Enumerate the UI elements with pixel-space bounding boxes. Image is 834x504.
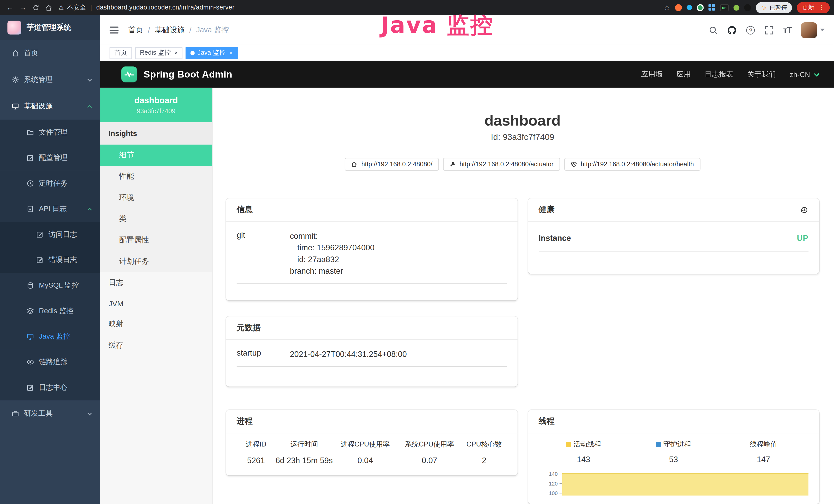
text-size-icon[interactable]: тT: [783, 25, 792, 35]
process-col-uptime: 运行时间 6d 23h 15m 59s: [275, 440, 333, 467]
chevron-up-icon: [87, 104, 93, 109]
java-monitor-icon: [27, 333, 34, 340]
fullscreen-icon[interactable]: [765, 25, 774, 35]
sidebar-item-api-log[interactable]: API 日志: [0, 196, 100, 222]
bookmark-star-icon[interactable]: ☆: [664, 3, 670, 11]
sidebar-item-scheduled-jobs[interactable]: 定时任务: [0, 171, 100, 196]
breadcrumb-home[interactable]: 首页: [128, 25, 143, 35]
sidebar-item-access-log[interactable]: 访问日志: [0, 222, 100, 247]
actuator-url-link[interactable]: http://192.168.0.2:48080/actuator: [443, 158, 560, 171]
service-url-link[interactable]: http://192.168.0.2:48080/: [345, 158, 439, 171]
extension-icon-drop[interactable]: [686, 5, 692, 10]
search-icon[interactable]: [709, 25, 718, 35]
sba-item-details[interactable]: 细节: [100, 144, 212, 166]
toolbox-icon: [12, 410, 19, 417]
forward-icon[interactable]: →: [17, 2, 29, 13]
health-icon: [570, 161, 577, 167]
help-icon[interactable]: ?: [746, 25, 755, 35]
sidebar-item-config-management[interactable]: 配置管理: [0, 145, 100, 170]
sidebar-item-home[interactable]: 首页: [0, 40, 100, 67]
tags-view-bar: 首页 Redis 监控 × Java 监控 ×: [100, 45, 834, 61]
active-tab-dot: [191, 51, 195, 55]
tab-home[interactable]: 首页: [110, 47, 132, 59]
paused-extension-badge[interactable]: ☺ 已暂停: [756, 2, 792, 13]
sidebar-item-system[interactable]: 系统管理: [0, 67, 100, 93]
home-icon: [351, 161, 358, 167]
sidebar-item-tracing[interactable]: 链路追踪: [0, 349, 100, 375]
close-icon[interactable]: ×: [174, 50, 178, 56]
sba-nav-wallboard[interactable]: 应用墙: [641, 70, 663, 79]
hamburger-icon[interactable]: [110, 27, 119, 33]
sba-item-classes[interactable]: 类: [100, 208, 212, 230]
sba-item-scheduled-tasks[interactable]: 计划任务: [100, 251, 212, 272]
kebab-menu-icon[interactable]: ⋮: [818, 4, 825, 11]
instance-title: dashboard: [226, 112, 819, 129]
sidebar-item-mysql-monitor[interactable]: MySQL 监控: [0, 273, 100, 298]
edit-icon: [27, 154, 34, 162]
security-badge[interactable]: 不安全: [67, 3, 86, 12]
metadata-card-title: 元数据: [237, 323, 261, 333]
url-text[interactable]: dashboard.yudao.iocoder.cn/infra/admin-s…: [96, 4, 235, 11]
sidebar-item-dev-tools[interactable]: 研发工具: [0, 400, 100, 427]
app-logo-row[interactable]: 芋道管理系统: [0, 15, 100, 40]
log-icon: [27, 205, 34, 212]
browser-update-button[interactable]: 更新 ⋮: [797, 2, 830, 13]
sba-sidebar: dashboard 93a3fc7f7409 Insights 细节 性能 环境…: [100, 88, 213, 504]
sidebar-item-redis-monitor[interactable]: Redis 监控: [0, 298, 100, 324]
extension-icon-orange[interactable]: [675, 4, 682, 11]
tab-redis-monitor[interactable]: Redis 监控 ×: [135, 47, 183, 59]
extension-on-badge[interactable]: on: [720, 4, 728, 11]
sba-item-logfile[interactable]: 日志: [100, 272, 212, 294]
instance-header[interactable]: dashboard 93a3fc7f7409: [100, 88, 212, 122]
tab-java-monitor[interactable]: Java 监控 ×: [186, 47, 238, 59]
header-actions: ? тT: [709, 22, 824, 38]
back-icon[interactable]: ←: [4, 2, 16, 13]
process-table: 进程ID 5261 运行时间 6d 23h 15m 59s: [237, 433, 507, 467]
sba-brand[interactable]: Spring Boot Admin: [144, 69, 232, 80]
extension-icon-grid[interactable]: [708, 4, 715, 11]
sidebar-item-infra[interactable]: 基础设施: [0, 93, 100, 120]
extension-icon-dark[interactable]: [744, 4, 751, 11]
language-selector[interactable]: zh-CN: [790, 70, 820, 78]
sba-item-environment[interactable]: 环境: [100, 187, 212, 208]
github-icon[interactable]: [727, 25, 737, 35]
address-bar[interactable]: ⚠ 不安全 | dashboard.yudao.iocoder.cn/infra…: [59, 3, 235, 12]
sba-nav-journal[interactable]: 日志报表: [705, 70, 733, 79]
sba-item-mappings[interactable]: 映射: [100, 314, 212, 335]
sidebar-item-file-management[interactable]: 文件管理: [0, 120, 100, 145]
database-icon: [27, 282, 34, 289]
browser-extensions-area: ☆ on ☺ 已暂停 更新 ⋮: [664, 2, 830, 13]
user-menu[interactable]: [801, 22, 825, 38]
sba-item-jvm[interactable]: JVM: [100, 294, 212, 314]
sba-nav-applications[interactable]: 应用: [677, 70, 691, 79]
status-badge: UP: [797, 233, 808, 243]
extension-icon-sprout[interactable]: [733, 5, 739, 10]
sidebar-item-java-monitor[interactable]: Java 监控: [0, 324, 100, 349]
instance-links: http://192.168.0.2:48080/ http://192.168…: [226, 158, 819, 171]
history-icon[interactable]: [800, 205, 808, 214]
sba-item-metrics[interactable]: 性能: [100, 166, 212, 187]
wrench-icon: [449, 161, 456, 167]
sidebar-item-error-log[interactable]: 错误日志: [0, 247, 100, 273]
sba-logo-icon[interactable]: [121, 67, 137, 83]
stat-live-threads: 活动线程 143: [539, 440, 629, 464]
sba-nav-about[interactable]: 关于我们: [747, 70, 776, 79]
chevron-down-icon: [87, 77, 93, 83]
threads-card: 线程 活动线程 143: [528, 410, 819, 504]
file-icon: [27, 129, 34, 136]
sba-item-configprops[interactable]: 配置属性: [100, 230, 212, 251]
browser-home-icon[interactable]: [43, 2, 54, 13]
sidebar-item-log-center[interactable]: 日志中心: [0, 375, 100, 400]
chevron-down-icon: [87, 411, 93, 417]
breadcrumb-infra[interactable]: 基础设施: [155, 25, 184, 35]
sba-item-caches[interactable]: 缓存: [100, 335, 212, 357]
reload-icon[interactable]: [30, 2, 42, 13]
admin-menu: 首页 系统管理 基础设施 文件管理 配置管: [0, 40, 100, 427]
extension-icon-green[interactable]: [697, 4, 704, 11]
app-title: 芋道管理系统: [27, 23, 71, 32]
close-icon[interactable]: ×: [229, 50, 233, 56]
avatar[interactable]: [801, 22, 817, 38]
sba-nav: 应用墙 应用 日志报表 关于我们 zh-CN: [641, 70, 820, 79]
health-url-link[interactable]: http://192.168.0.2:48080/actuator/health: [564, 158, 700, 171]
spring-boot-admin-frame: Spring Boot Admin 应用墙 应用 日志报表 关于我们 zh-CN: [100, 61, 834, 504]
